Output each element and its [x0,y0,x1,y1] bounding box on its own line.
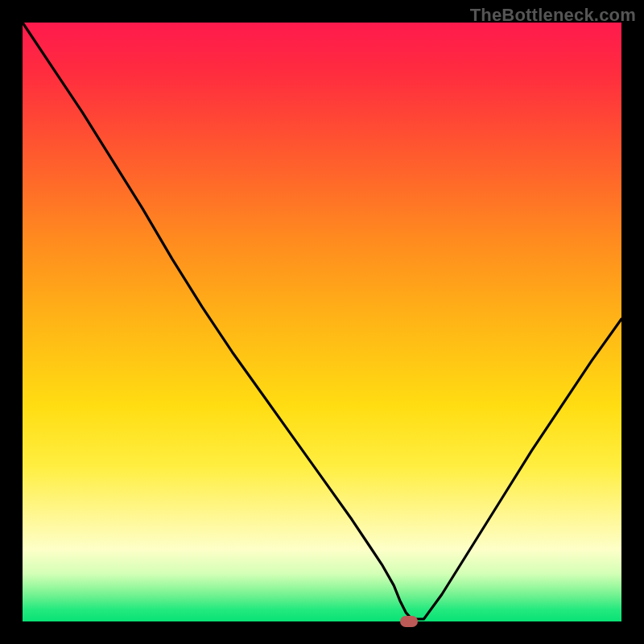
chart-frame: TheBottleneck.com [0,0,644,644]
bottleneck-curve [23,23,621,619]
plot-area [23,23,621,621]
minimum-marker [400,616,418,627]
curve-svg [23,23,621,621]
